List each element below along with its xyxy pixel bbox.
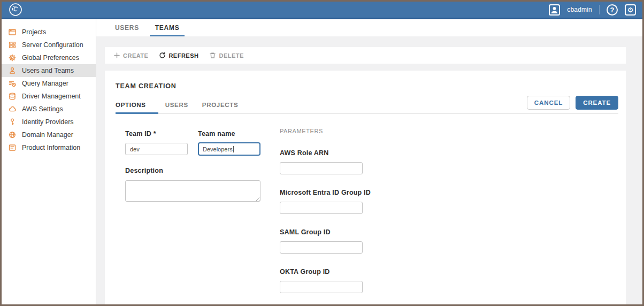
team-creation-form: Team ID * Team name Developers <box>105 114 626 293</box>
sidebar-item-label: Server Configuration <box>22 41 83 49</box>
plus-icon <box>113 52 120 59</box>
list-clock-icon <box>8 79 17 88</box>
sidebar-item-label: Domain Manager <box>22 131 73 139</box>
okta-group-id-input[interactable] <box>280 281 363 293</box>
sidebar-item-projects[interactable]: Projects <box>2 26 96 39</box>
team-name-value: Developers <box>203 146 233 152</box>
user-avatar-icon[interactable] <box>549 4 560 16</box>
panel-tab-projects[interactable]: PROJECTS <box>195 94 246 113</box>
saml-group-id-label: SAML Group ID <box>280 228 371 236</box>
database-icon <box>8 92 17 101</box>
top-tabstrip: USERS TEAMS <box>96 19 642 36</box>
brand-logo-icon[interactable] <box>9 3 22 17</box>
panel-title: TEAM CREATION <box>105 71 626 90</box>
sidebar-item-driver-management[interactable]: Driver Management <box>2 90 96 103</box>
tab-teams[interactable]: TEAMS <box>150 19 185 36</box>
user-area: cbadmin ? ⚙ <box>549 4 636 16</box>
sidebar-item-label: Identity Providers <box>22 118 74 126</box>
aws-role-arn-input[interactable] <box>280 162 363 174</box>
entra-group-id-label: Microsoft Entra ID Group ID <box>280 189 371 196</box>
sidebar-item-label: Driver Management <box>22 93 81 100</box>
description-label: Description <box>125 167 260 174</box>
sidebar-item-users-and-teams[interactable]: Users and Teams <box>2 64 96 77</box>
description-textarea[interactable] <box>125 180 260 202</box>
aws-role-arn-label: AWS Role ARN <box>280 149 371 157</box>
sidebar-item-label: Projects <box>22 28 46 36</box>
entra-group-id-input[interactable] <box>280 202 363 214</box>
panel-actions: CANCEL CREATE <box>527 96 618 110</box>
settings-icon[interactable]: ⚙ <box>625 4 636 16</box>
team-creation-panel: TEAM CREATION OPTIONS USERS PROJECTS CAN… <box>105 71 626 304</box>
form-left-column: Team ID * Team name Developers <box>125 130 260 293</box>
body: Projects Server Configuration Global Pre… <box>2 19 642 304</box>
sidebar-item-label: Users and Teams <box>22 67 74 74</box>
sidebar-item-identity-providers[interactable]: Identity Providers <box>2 116 96 128</box>
sidebar-item-query-manager[interactable]: Query Manager <box>2 77 96 90</box>
team-name-input[interactable]: Developers <box>198 142 260 156</box>
sidebar-item-product-information[interactable]: Product Information <box>2 141 96 154</box>
toolbar-create-label: CREATE <box>123 52 148 59</box>
sidebar-item-label: Global Preferences <box>22 54 79 62</box>
projects-window-icon <box>8 28 17 36</box>
form-parameters-column: PARAMETERS AWS Role ARN Microsoft Entra … <box>280 130 371 293</box>
key-icon <box>8 118 17 126</box>
toolbar-create-button[interactable]: CREATE <box>109 47 153 64</box>
person-icon <box>8 66 17 75</box>
trash-icon <box>209 52 216 59</box>
sidebar-item-server-configuration[interactable]: Server Configuration <box>2 39 96 51</box>
sidebar: Projects Server Configuration Global Pre… <box>2 19 96 304</box>
parameters-heading: PARAMETERS <box>280 128 371 134</box>
help-icon[interactable]: ? <box>607 4 618 16</box>
toolbar-refresh-label: REFRESH <box>168 52 198 59</box>
team-id-label: Team ID * <box>125 130 188 137</box>
toolbar-refresh-button[interactable]: REFRESH <box>154 47 203 64</box>
main-area: USERS TEAMS CREATE REFRESH D <box>96 19 642 304</box>
sidebar-item-global-preferences[interactable]: Global Preferences <box>2 51 96 64</box>
refresh-icon <box>159 52 166 59</box>
sidebar-item-domain-manager[interactable]: Domain Manager <box>2 128 96 141</box>
main-content: CREATE REFRESH DELETE TEAM CREATION <box>96 36 642 304</box>
topbar: cbadmin ? ⚙ <box>2 2 642 19</box>
panel-tab-options[interactable]: OPTIONS <box>116 94 158 113</box>
description-field-wrap <box>125 180 260 202</box>
team-name-label: Team name <box>198 130 260 137</box>
username-label: cbadmin <box>567 6 592 13</box>
sidebar-item-label: Query Manager <box>22 80 68 87</box>
panel-header: OPTIONS USERS PROJECTS CANCEL CREATE <box>116 90 618 114</box>
text-cursor <box>233 146 234 152</box>
toolbar-delete-button[interactable]: DELETE <box>204 47 248 64</box>
sidebar-item-aws-settings[interactable]: AWS Settings <box>2 103 96 116</box>
panel-tab-users[interactable]: USERS <box>158 94 195 113</box>
tab-users[interactable]: USERS <box>110 19 144 36</box>
server-stack-icon <box>8 41 17 49</box>
sidebar-item-label: AWS Settings <box>22 105 63 113</box>
team-id-input[interactable] <box>125 143 188 155</box>
sidebar-item-label: Product Information <box>22 144 80 151</box>
okta-group-id-label: OKTA Group ID <box>280 268 371 276</box>
cloud-icon <box>8 105 17 113</box>
saml-group-id-input[interactable] <box>280 241 363 254</box>
app-window: cbadmin ? ⚙ Projects Server Configuratio… <box>0 0 644 306</box>
toolbar: CREATE REFRESH DELETE <box>105 47 626 64</box>
toolbar-delete-label: DELETE <box>219 52 243 59</box>
cancel-button[interactable]: CANCEL <box>527 96 570 110</box>
document-icon <box>8 143 17 152</box>
globe-icon <box>8 131 17 139</box>
gear-icon <box>8 53 17 62</box>
create-button[interactable]: CREATE <box>576 96 618 110</box>
topbar-separator <box>599 5 600 14</box>
panel-tabs: OPTIONS USERS PROJECTS <box>116 94 245 113</box>
